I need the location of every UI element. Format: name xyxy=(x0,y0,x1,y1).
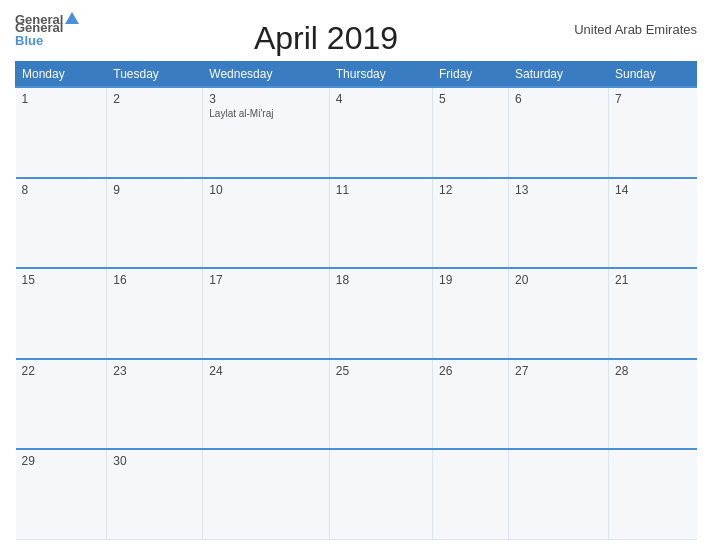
day-number: 2 xyxy=(113,92,196,106)
calendar-day-cell: 29 xyxy=(16,449,107,540)
weekday-header-tuesday: Tuesday xyxy=(107,62,203,88)
calendar-day-cell: 16 xyxy=(107,268,203,359)
calendar-week-row: 15161718192021 xyxy=(16,268,697,359)
day-number: 23 xyxy=(113,364,196,378)
calendar-day-cell: 1 xyxy=(16,87,107,178)
day-number: 19 xyxy=(439,273,502,287)
calendar-day-cell: 8 xyxy=(16,178,107,269)
calendar-day-cell: 13 xyxy=(508,178,608,269)
weekday-header-thursday: Thursday xyxy=(329,62,432,88)
day-number: 12 xyxy=(439,183,502,197)
calendar-day-cell: 4 xyxy=(329,87,432,178)
calendar-day-cell xyxy=(203,449,329,540)
weekday-header-sunday: Sunday xyxy=(608,62,696,88)
day-number: 26 xyxy=(439,364,502,378)
day-number: 28 xyxy=(615,364,691,378)
calendar-week-row: 123Laylat al-Mi'raj4567 xyxy=(16,87,697,178)
day-number: 30 xyxy=(113,454,196,468)
calendar-day-cell: 5 xyxy=(433,87,509,178)
day-number: 27 xyxy=(515,364,602,378)
day-number: 29 xyxy=(22,454,101,468)
calendar-day-cell: 25 xyxy=(329,359,432,450)
calendar-day-cell: 22 xyxy=(16,359,107,450)
weekday-header-friday: Friday xyxy=(433,62,509,88)
region-label: United Arab Emirates xyxy=(574,22,697,37)
calendar-day-cell: 9 xyxy=(107,178,203,269)
calendar-day-cell: 30 xyxy=(107,449,203,540)
calendar-day-cell: 11 xyxy=(329,178,432,269)
day-number: 10 xyxy=(209,183,322,197)
calendar-week-row: 891011121314 xyxy=(16,178,697,269)
holiday-label: Laylat al-Mi'raj xyxy=(209,108,322,119)
calendar-day-cell: 12 xyxy=(433,178,509,269)
calendar-day-cell: 21 xyxy=(608,268,696,359)
calendar-day-cell: 17 xyxy=(203,268,329,359)
calendar-week-row: 2930 xyxy=(16,449,697,540)
calendar-day-cell: 24 xyxy=(203,359,329,450)
day-number: 5 xyxy=(439,92,502,106)
day-number: 25 xyxy=(336,364,426,378)
day-number: 3 xyxy=(209,92,322,106)
day-number: 17 xyxy=(209,273,322,287)
logo-blue-label: Blue xyxy=(15,33,43,48)
calendar-day-cell: 10 xyxy=(203,178,329,269)
day-number: 9 xyxy=(113,183,196,197)
day-number: 7 xyxy=(615,92,691,106)
weekday-header-wednesday: Wednesday xyxy=(203,62,329,88)
calendar-day-cell: 27 xyxy=(508,359,608,450)
day-number: 22 xyxy=(22,364,101,378)
calendar-day-cell: 15 xyxy=(16,268,107,359)
calendar-week-row: 22232425262728 xyxy=(16,359,697,450)
calendar-day-cell: 18 xyxy=(329,268,432,359)
calendar-day-cell: 14 xyxy=(608,178,696,269)
calendar-day-cell xyxy=(433,449,509,540)
calendar-title: April 2019 xyxy=(254,20,398,56)
calendar-day-cell xyxy=(329,449,432,540)
day-number: 21 xyxy=(615,273,691,287)
day-number: 11 xyxy=(336,183,426,197)
day-number: 15 xyxy=(22,273,101,287)
calendar-day-cell: 6 xyxy=(508,87,608,178)
day-number: 18 xyxy=(336,273,426,287)
day-number: 6 xyxy=(515,92,602,106)
day-number: 8 xyxy=(22,183,101,197)
day-number: 13 xyxy=(515,183,602,197)
calendar-day-cell: 3Laylat al-Mi'raj xyxy=(203,87,329,178)
day-number: 20 xyxy=(515,273,602,287)
calendar-day-cell: 2 xyxy=(107,87,203,178)
day-number: 4 xyxy=(336,92,426,106)
calendar-day-cell xyxy=(608,449,696,540)
calendar-day-cell: 26 xyxy=(433,359,509,450)
calendar-day-cell: 28 xyxy=(608,359,696,450)
calendar-day-cell: 19 xyxy=(433,268,509,359)
calendar-day-cell: 20 xyxy=(508,268,608,359)
calendar-day-cell xyxy=(508,449,608,540)
day-number: 24 xyxy=(209,364,322,378)
weekday-header-saturday: Saturday xyxy=(508,62,608,88)
weekday-header-monday: Monday xyxy=(16,62,107,88)
day-number: 14 xyxy=(615,183,691,197)
calendar-day-cell: 23 xyxy=(107,359,203,450)
day-number: 16 xyxy=(113,273,196,287)
day-number: 1 xyxy=(22,92,101,106)
calendar-day-cell: 7 xyxy=(608,87,696,178)
calendar-table: MondayTuesdayWednesdayThursdayFridaySatu… xyxy=(15,61,697,540)
